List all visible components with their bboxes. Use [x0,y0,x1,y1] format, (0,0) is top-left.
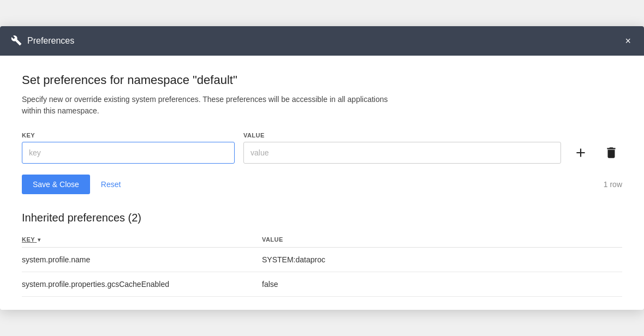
col-header-value: VALUE [262,233,622,248]
actions-left: Save & Close Reset [22,175,121,194]
value-field-group: VALUE [243,132,561,164]
key-field-group: KEY [22,132,235,164]
dialog-body: Set preferences for namespace "default" … [0,56,644,310]
sort-icon: ▾ [38,237,40,243]
value-cell: false [262,272,622,297]
dialog-header: Preferences × [0,26,644,56]
key-cell: system.profile.properties.gcsCacheEnable… [22,272,262,297]
description-text: Specify new or override existing system … [22,94,404,117]
save-close-button[interactable]: Save & Close [22,175,90,194]
trash-icon [604,146,618,160]
page-title: Set preferences for namespace "default" [22,73,622,87]
form-row: KEY VALUE [22,132,622,164]
inherited-preferences-section: Inherited preferences (2) KEY ▾ VALUE sy… [22,212,622,297]
header-left: Preferences [11,35,74,47]
key-cell: system.profile.name [22,248,262,272]
preferences-dialog: Preferences × Set preferences for namesp… [0,26,644,310]
actions-row: Save & Close Reset 1 row [22,175,622,194]
add-row-button[interactable] [570,142,592,164]
value-label: VALUE [243,132,561,139]
dialog-title: Preferences [27,36,74,46]
inherited-title: Inherited preferences (2) [22,212,622,224]
row-count: 1 row [604,180,622,189]
value-input[interactable] [243,142,561,164]
inherited-table: KEY ▾ VALUE system.profile.nameSYSTEM:da… [22,233,622,297]
delete-row-button[interactable] [600,142,622,164]
reset-button[interactable]: Reset [101,180,121,189]
col-header-key[interactable]: KEY ▾ [22,233,262,248]
wrench-icon [11,35,22,47]
table-row: system.profile.properties.gcsCacheEnable… [22,272,622,297]
key-input[interactable] [22,142,235,164]
table-row: system.profile.nameSYSTEM:dataproc [22,248,622,272]
value-cell: SYSTEM:dataproc [262,248,622,272]
key-label: KEY [22,132,235,139]
plus-icon [574,146,588,160]
close-button[interactable]: × [623,34,633,48]
